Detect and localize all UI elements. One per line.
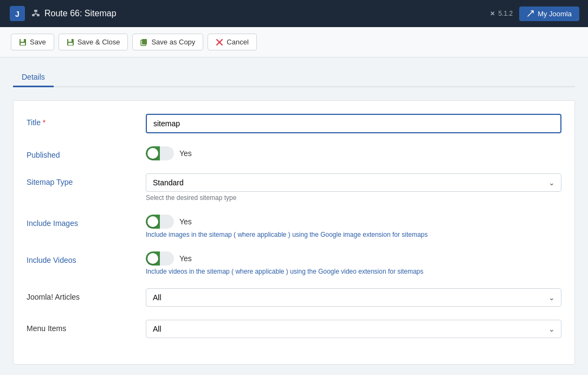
save-close-button[interactable]: Save & Close [59,34,128,50]
include-videos-toggle[interactable] [146,251,174,266]
include-images-label: Include Images [27,215,146,228]
svg-rect-2 [34,10,37,12]
tabs: Details [13,68,575,87]
top-navigation: J Route 66: Sitemap ✕ 5.1.2 My Joom [0,0,588,27]
published-toggle[interactable] [146,146,174,160]
title-input[interactable] [146,114,561,133]
include-videos-label: Include Videos [27,251,146,264]
toggle-thumb [147,253,158,264]
svg-rect-13 [68,43,73,45]
toggle-track [146,215,174,229]
cancel-button[interactable]: Cancel [208,34,256,50]
cancel-icon [216,38,223,46]
menu-items-select[interactable]: All None [146,320,561,338]
external-link-icon [527,10,534,17]
save-icon [19,38,27,46]
sitemap-type-select-wrapper: Standard News Video Image ⌄ [146,173,561,192]
save-copy-button[interactable]: Save as Copy [132,34,203,50]
title-control [146,114,561,133]
svg-text:✕: ✕ [490,10,495,17]
include-images-row: Include Images Yes Include images in the… [27,215,561,238]
joomla-articles-select-wrapper: All None ⌄ [146,288,561,307]
menu-items-control: All None ⌄ [146,320,561,338]
joomla-articles-control: All None ⌄ [146,288,561,307]
joomla-articles-row: Joomla! Articles All None ⌄ [27,288,561,307]
include-videos-toggle-wrap: Yes [146,251,561,266]
include-videos-row: Include Videos Yes Include videos in the… [27,251,561,275]
menu-items-row: Menu Items All None ⌄ [27,320,561,338]
include-videos-control: Yes Include videos in the sitemap ( wher… [146,251,561,275]
page-title: Route 66: Sitemap [31,9,117,18]
toolbar: Save Save & Close Save as Copy Cancel [0,27,588,57]
sitemap-icon [31,9,40,18]
published-row: Published Yes [27,146,561,160]
sitemap-type-label: Sitemap Type [27,173,146,186]
title-label: Title * [27,114,146,127]
copy-icon [140,38,148,46]
joomla-articles-select[interactable]: All None [146,288,561,307]
menu-items-label: Menu Items [27,320,146,333]
save-close-icon [67,38,74,46]
joomla-logo-icon[interactable]: J [9,5,26,22]
toggle-thumb [147,216,158,227]
published-control: Yes [146,146,561,160]
include-images-toggle-wrap: Yes [146,215,561,229]
toggle-track [146,251,174,266]
include-images-hint: Include images in the sitemap ( where ap… [146,231,561,238]
include-videos-yes-label: Yes [179,254,192,263]
sitemap-type-select[interactable]: Standard News Video Image [146,173,561,192]
include-images-control: Yes Include images in the sitemap ( wher… [146,215,561,238]
version-badge: ✕ 5.1.2 [488,10,513,17]
svg-rect-12 [68,39,72,42]
toggle-track [146,146,174,160]
svg-text:J: J [15,10,20,18]
svg-rect-10 [21,43,25,45]
svg-rect-9 [21,39,24,42]
published-yes-label: Yes [179,149,192,158]
include-images-toggle[interactable] [146,215,174,229]
include-images-yes-label: Yes [179,217,192,226]
tab-details[interactable]: Details [13,68,54,87]
title-row: Title * [27,114,561,133]
toggle-thumb [147,148,158,159]
sitemap-type-control: Standard News Video Image ⌄ Select the d… [146,173,561,202]
topnav-left: J Route 66: Sitemap [9,5,117,22]
form-container: Title * Published Y [13,100,575,365]
sitemap-type-row: Sitemap Type Standard News Video Image ⌄… [27,173,561,202]
joomla-articles-label: Joomla! Articles [27,288,146,301]
main-content: Details Title * Published [0,57,588,375]
save-button[interactable]: Save [11,34,54,50]
published-toggle-wrap: Yes [146,146,561,160]
menu-items-select-wrapper: All None ⌄ [146,320,561,338]
my-joomla-button[interactable]: My Joomla [519,7,579,21]
include-videos-hint: Include videos in the sitemap ( where ap… [146,268,561,275]
topnav-right: ✕ 5.1.2 My Joomla [488,7,579,21]
sitemap-type-hint: Select the desired sitemap type [146,194,561,202]
published-label: Published [27,146,146,159]
joomla-x-icon: ✕ [488,10,496,17]
